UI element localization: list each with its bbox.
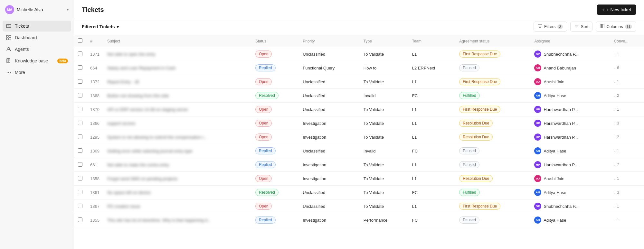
agreement-badge: Paused	[459, 217, 479, 224]
sidebar-item-agents[interactable]: Agents	[3, 44, 71, 55]
sidebar-item-tickets[interactable]: Tickets	[3, 21, 71, 32]
assignee-avatar: AJ	[534, 175, 541, 182]
row-checkbox[interactable]	[78, 190, 82, 194]
table-row[interactable]: 1366 support access Open Investigation T…	[74, 116, 644, 130]
row-checkbox[interactable]	[78, 162, 82, 167]
row-checkbox-cell	[74, 172, 86, 186]
row-checkbox[interactable]	[78, 107, 82, 111]
ticket-subject[interactable]: System is not allowing to submit the com…	[103, 130, 251, 144]
dashboard-icon	[6, 35, 12, 41]
col-conversations[interactable]: Conve...	[610, 35, 644, 47]
tickets-table-container: # Subject Status Priority Type Team Agre…	[74, 35, 644, 249]
subject-text: Button not showing from this side	[107, 93, 169, 98]
table-row[interactable]: 1371 Not able to open the entry Open Unc…	[74, 47, 644, 61]
subject-text: Not able to open the entry	[107, 52, 156, 57]
ticket-subject[interactable]: support access	[103, 116, 251, 130]
table-row[interactable]: 1370 API or ERP version 14.38 on staging…	[74, 103, 644, 116]
ticket-subject[interactable]: PO creation issue	[103, 199, 251, 213]
row-checkbox-cell	[74, 158, 86, 172]
beta-badge: beta	[57, 59, 68, 63]
row-checkbox-cell	[74, 213, 86, 227]
ticket-conversations: ↓ 2	[610, 130, 644, 144]
table-row[interactable]: 1361 No space left on device Resolved Un…	[74, 186, 644, 199]
table-row[interactable]: 1355 This site has lot of downtime. Why …	[74, 213, 644, 227]
ticket-subject[interactable]: Report Entry - JE	[103, 75, 251, 89]
row-checkbox[interactable]	[78, 176, 82, 180]
ticket-team: FC	[408, 89, 456, 103]
new-ticket-button[interactable]: + + New ticket	[597, 5, 636, 15]
subject-text: Getting error while selecting journal en…	[107, 149, 192, 153]
row-checkbox[interactable]	[78, 217, 82, 222]
columns-button[interactable]: Columns 11	[596, 22, 636, 32]
ticket-subject[interactable]: This site has lot of downtime. Why is th…	[103, 213, 251, 227]
row-checkbox[interactable]	[78, 93, 82, 97]
row-checkbox[interactable]	[78, 204, 82, 208]
subject-text: This site has lot of downtime. Why is th…	[107, 218, 211, 223]
ticket-conversations: ↓ 1	[610, 172, 644, 186]
row-checkbox[interactable]	[78, 51, 82, 56]
ticket-subject[interactable]: Not able to make the contra entry	[103, 158, 251, 172]
table-row[interactable]: 1368 Button not showing from this side R…	[74, 89, 644, 103]
row-checkbox[interactable]	[78, 121, 82, 125]
filters-button[interactable]: Filters 2	[534, 22, 567, 32]
col-team[interactable]: Team	[408, 35, 456, 47]
ticket-subject[interactable]: Salary and Loan Repayment in Cash	[103, 61, 251, 75]
sidebar-item-knowledge-base[interactable]: Knowledge base beta	[3, 55, 71, 66]
row-checkbox-cell	[74, 47, 86, 61]
status-badge: Replied	[255, 217, 276, 224]
ticket-id: 1372	[86, 75, 103, 89]
row-checkbox[interactable]	[78, 148, 82, 153]
sort-button[interactable]: Sort	[570, 22, 593, 32]
ticket-status: Open	[251, 116, 299, 130]
ticket-subject[interactable]: Getting error while selecting journal en…	[103, 144, 251, 158]
ticket-subject[interactable]: No space left on device	[103, 186, 251, 199]
row-checkbox[interactable]	[78, 134, 82, 139]
table-row[interactable]: 661 Not able to make the contra entry Re…	[74, 158, 644, 172]
user-menu[interactable]: MA Michelle Alva ▾	[0, 0, 74, 19]
assignee-avatar: AH	[534, 92, 541, 99]
col-assignee[interactable]: Assignee	[530, 35, 610, 47]
table-row[interactable]: 664 Salary and Loan Repayment in Cash Re…	[74, 61, 644, 75]
ticket-subject[interactable]: Forgot send SMS on pending projects	[103, 172, 251, 186]
assignee-avatar: AB	[534, 64, 541, 71]
ticket-id: 1361	[86, 186, 103, 199]
table-row[interactable]: 1295 System is not allowing to submit th…	[74, 130, 644, 144]
row-checkbox[interactable]	[78, 79, 82, 84]
subject-text: Report Entry - JE	[107, 79, 139, 84]
col-type[interactable]: Type	[360, 35, 408, 47]
agreement-badge: First Response Due	[459, 203, 500, 210]
table-row[interactable]: 1367 PO creation issue Open Unclassified…	[74, 199, 644, 213]
ticket-type: Performance	[360, 213, 408, 227]
ticket-conversations: ↓ 3	[610, 186, 644, 199]
select-all-checkbox[interactable]	[78, 38, 82, 43]
sidebar-item-more[interactable]: More	[3, 67, 71, 78]
col-agreement-status[interactable]: Agreement status	[455, 35, 530, 47]
ticket-team: L1	[408, 116, 456, 130]
ticket-agreement: Paused	[455, 158, 530, 172]
ticket-type: To Validate	[360, 186, 408, 199]
subject-text: Forgot send SMS on pending projects	[107, 176, 177, 181]
col-subject[interactable]: Subject	[103, 35, 251, 47]
ticket-type: To Validate	[360, 116, 408, 130]
svg-rect-11	[602, 24, 603, 28]
ticket-status: Open	[251, 172, 299, 186]
col-priority[interactable]: Priority	[299, 35, 360, 47]
ticket-team: L2 ERPNext	[408, 61, 456, 75]
subject-text: Not able to make the contra entry	[107, 162, 169, 167]
row-checkbox[interactable]	[78, 65, 82, 70]
filtered-tickets-button[interactable]: Filtered Tickets ▾	[82, 24, 119, 29]
col-number[interactable]: #	[86, 35, 103, 47]
col-status[interactable]: Status	[251, 35, 299, 47]
table-row[interactable]: 1358 Forgot send SMS on pending projects…	[74, 172, 644, 186]
ticket-assignee: HP Harshwardhan P...	[530, 103, 610, 116]
sidebar-item-dashboard[interactable]: Dashboard	[3, 32, 71, 43]
ticket-status: Resolved	[251, 89, 299, 103]
table-row[interactable]: 1372 Report Entry - JE Open Unclassified…	[74, 75, 644, 89]
ticket-subject[interactable]: Not able to open the entry	[103, 47, 251, 61]
assignee-name: Shubhechchha P...	[544, 204, 578, 209]
ticket-priority: Unclassified	[299, 186, 360, 199]
ticket-subject[interactable]: Button not showing from this side	[103, 89, 251, 103]
ticket-assignee: AJ Arushi Jain	[530, 75, 610, 89]
ticket-subject[interactable]: API or ERP version 14.38 on staging serv…	[103, 103, 251, 116]
table-row[interactable]: 1369 Getting error while selecting journ…	[74, 144, 644, 158]
